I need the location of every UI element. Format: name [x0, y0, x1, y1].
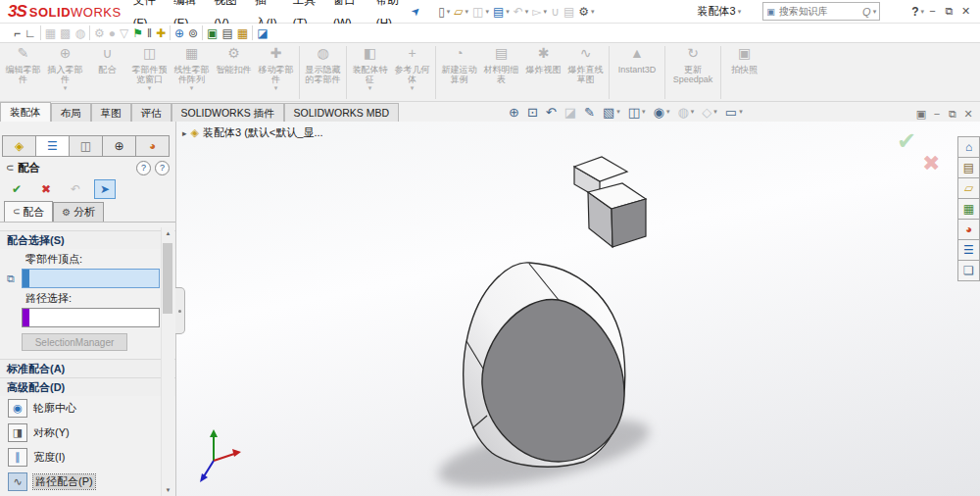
edit-appearance-icon: ✎ — [584, 106, 595, 119]
angle-icon[interactable]: ∟ — [24, 27, 36, 39]
location-pin-icon[interactable]: ⚑ — [132, 27, 143, 39]
command-tab[interactable]: 评估 — [131, 103, 172, 122]
zoom-area-icon[interactable]: ⊡ — [527, 106, 538, 119]
forum-icon[interactable]: ❏ — [957, 260, 980, 281]
splitter-dot — [178, 310, 181, 313]
subtab-mate[interactable]: ∪配合 — [4, 201, 53, 222]
help-icon[interactable]: ? — [155, 161, 170, 175]
panel-scrollbar[interactable]: ▲ ▼ — [161, 227, 174, 496]
graphics-viewport[interactable]: ▸ ◈ 装配体3 (默认<默认_显... ✔ ✖ ⌂▤▱▦◕☰❏ — [176, 122, 980, 496]
confirm-corner-check-icon[interactable]: ✔ — [897, 127, 916, 155]
view-palette-icon[interactable]: ▦ — [957, 198, 980, 220]
hide-show-items-icon[interactable]: ◉▾ — [654, 106, 670, 119]
confirm-corner-cancel-icon[interactable]: ✖ — [922, 151, 940, 176]
mate-selections-section-header[interactable]: 配合选择(S) ∧ — [0, 230, 175, 249]
edit-appearance-icon[interactable]: ✎ — [584, 106, 595, 119]
save-icon: ◫ — [472, 6, 483, 18]
keep-visible-pin-button[interactable]: ➤ — [94, 179, 116, 199]
tab-configuration-manager-icon: ◫ — [80, 140, 91, 152]
tab-property-manager[interactable]: ☰ — [35, 135, 69, 157]
search-input[interactable] — [777, 5, 862, 18]
path-mate-item[interactable]: ∿路径配合(P) — [0, 470, 175, 494]
tree-expand-icon[interactable]: ▸ — [182, 128, 187, 138]
dropdown-arrow-icon: ▾ — [447, 8, 451, 16]
restore-icon[interactable]: ⧉ — [941, 4, 957, 20]
tab-configuration-manager[interactable]: ◫ — [69, 135, 102, 157]
width-item[interactable]: ∥宽度(I) — [0, 445, 175, 470]
new-file-icon[interactable]: ▯▾ — [437, 5, 451, 19]
custom-properties-icon[interactable]: ☰ — [957, 239, 980, 261]
blob-part[interactable] — [464, 263, 625, 467]
cancel-button[interactable]: ✖ — [35, 179, 57, 199]
mate-subtabs: ∪配合⚙分析 — [0, 201, 175, 223]
print-icon[interactable]: ▤▾ — [492, 5, 511, 19]
command-tab[interactable]: 布局 — [51, 103, 91, 122]
close-icon[interactable]: ✕ — [957, 4, 974, 20]
ribbon-button-label: 参考几何体 — [392, 65, 432, 84]
move-icon[interactable]: ✚ — [156, 27, 166, 39]
scroll-down-icon[interactable]: ▼ — [162, 484, 174, 496]
command-tab[interactable]: SOLIDWORKS MBD — [284, 103, 399, 122]
file-explorer-icon[interactable]: ▱ — [957, 177, 980, 199]
command-tab[interactable]: 装配体 — [0, 102, 51, 122]
tab-feature-manager[interactable]: ◈ — [2, 135, 35, 157]
explode-line-sketch-button: ∿爆炸直线草图 — [564, 44, 607, 101]
chevron-down-icon[interactable]: ▾ — [873, 8, 877, 16]
options-gear-icon[interactable]: ⚙▾ — [577, 5, 595, 19]
search-icon[interactable]: Q — [862, 6, 871, 18]
ribbon-button-label: 编辑零部件 — [3, 65, 43, 84]
binoculars-icon[interactable]: ⊚ — [188, 27, 198, 39]
appearances-icon[interactable]: ◕ — [957, 219, 980, 240]
mate-key-icon[interactable]: ⌐ — [14, 27, 21, 39]
zoom-icon[interactable]: ⊕ — [174, 27, 184, 39]
help-button[interactable]: ? ▾ — [911, 5, 924, 19]
save-view-icon[interactable]: ◪ — [257, 27, 268, 39]
path-selection-field[interactable] — [22, 308, 160, 327]
minimize-doc-icon: − — [934, 109, 940, 120]
minimize-icon[interactable]: − — [924, 4, 941, 20]
feature-tree-root-item[interactable]: ▸ ◈ 装配体3 (默认<默认_显... — [182, 125, 323, 140]
pin-menu-icon[interactable]: ➤ — [409, 4, 424, 20]
image-icon[interactable]: ▦ — [237, 27, 248, 39]
apply-scene-icon[interactable]: ▧▾ — [603, 106, 620, 119]
profile-center-item[interactable]: ◉轮廓中心 — [0, 396, 175, 421]
display-style-icon[interactable]: ◫▾ — [628, 106, 646, 119]
previous-view-icon[interactable]: ↶ — [546, 106, 557, 119]
standard-mates-section-header[interactable]: 标准配合(A) ∨ — [0, 359, 175, 377]
close-doc-icon[interactable]: ✕ — [960, 106, 976, 122]
select-icon: ▻▾ — [531, 5, 548, 19]
advanced-mates-section-header[interactable]: 高级配合(D) ∧ — [0, 377, 175, 396]
design-library-icon[interactable]: ▤ — [957, 157, 980, 178]
confirm-button[interactable]: ✔ — [6, 179, 27, 199]
document-name-button[interactable]: 装配体3 ▾ — [698, 4, 742, 19]
instant3d-icon: ▲ — [630, 46, 644, 64]
expand-ribbon-icon[interactable]: ▣ — [913, 106, 929, 122]
resources-home-icon[interactable]: ⌂ — [957, 136, 980, 158]
vertex-selection-field[interactable] — [22, 269, 160, 288]
whats-new-help-icon[interactable]: ? — [136, 161, 151, 175]
tab-dimxpert-manager[interactable]: ⊕ — [102, 135, 135, 157]
print-preview-icon[interactable]: ▤ — [221, 27, 232, 39]
command-tab[interactable]: 草图 — [91, 103, 131, 122]
tab-display-manager[interactable]: ◕ — [135, 135, 170, 157]
panel-splitter-handle[interactable] — [175, 287, 185, 334]
command-tab[interactable]: SOLIDWORKS 插件 — [172, 103, 284, 122]
export-icon[interactable]: ▣ — [207, 27, 218, 39]
scroll-up-icon[interactable]: ▲ — [162, 227, 174, 239]
measure-icon[interactable]: ‖ — [147, 27, 152, 39]
section-view-icon: ◪ — [564, 106, 576, 119]
subtab-analysis[interactable]: ⚙分析 — [53, 202, 104, 222]
bracket-part[interactable] — [574, 157, 646, 247]
restore-doc-icon[interactable]: ⧉ — [945, 106, 960, 122]
zoom-fit-icon[interactable]: ⊕ — [509, 106, 519, 119]
scrollbar-thumb[interactable] — [163, 243, 172, 314]
ribbon-button-label: 材料明细表 — [481, 65, 521, 84]
sphere-icon: ◍ — [74, 27, 84, 39]
resources-home-icon: ⌂ — [965, 141, 972, 153]
open-file-icon[interactable]: ▱▾ — [453, 5, 469, 19]
view-settings-icon[interactable]: ▭▾ — [725, 106, 743, 119]
minimize-doc-icon[interactable]: − — [929, 106, 945, 122]
symmetric-item[interactable]: ◨对称(Y) — [0, 421, 175, 445]
linear-pattern-icon: ▦ — [185, 46, 198, 64]
dropdown-arrow-icon: ▾ — [368, 84, 372, 92]
